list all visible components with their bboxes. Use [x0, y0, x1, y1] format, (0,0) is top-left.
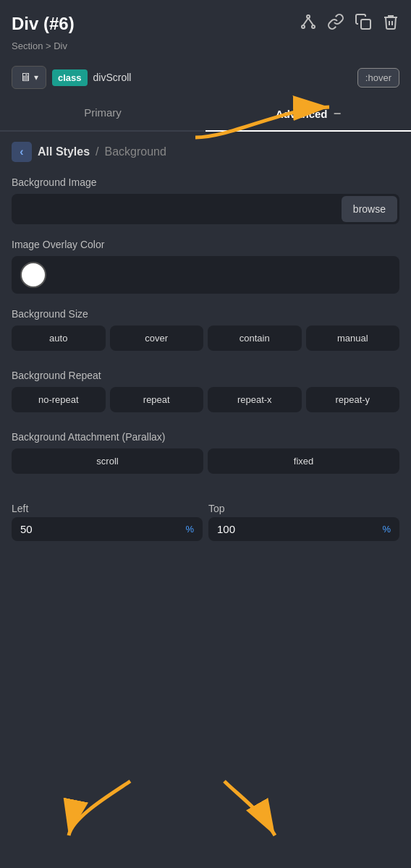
breadcrumb: Section > Div [0, 41, 411, 60]
monitor-icon: 🖥 [20, 71, 31, 84]
svg-point-2 [312, 25, 315, 28]
background-image-input-row: browse [12, 194, 399, 224]
background-size-options: auto cover contain manual [12, 326, 399, 351]
top-label: Top [208, 503, 399, 514]
size-contain-btn[interactable]: contain [208, 326, 302, 351]
position-section: Left Top 50 % 100 % [0, 488, 411, 545]
trash-icon[interactable] [382, 13, 399, 35]
size-auto-btn[interactable]: auto [12, 326, 106, 351]
svg-line-4 [308, 18, 313, 25]
color-swatch [20, 262, 46, 288]
background-repeat-label: Background Repeat [12, 370, 399, 381]
svg-line-3 [303, 18, 308, 25]
repeat-none-btn[interactable]: no-repeat [12, 387, 106, 412]
background-size-section: Background Size auto cover contain manua… [0, 301, 411, 358]
hover-badge[interactable]: :hover [357, 68, 399, 88]
background-size-label: Background Size [12, 308, 399, 320]
background-repeat-options: no-repeat repeat repeat-x repeat-y [12, 387, 399, 412]
device-selector[interactable]: 🖥 ▾ [12, 66, 46, 89]
repeat-y-btn[interactable]: repeat-y [306, 387, 400, 412]
tab-advanced[interactable]: Advanced − [206, 98, 411, 132]
nav-current: Background [104, 145, 166, 158]
attachment-fixed-btn[interactable]: fixed [208, 448, 399, 474]
background-image-section: Background Image browse [0, 169, 411, 231]
repeat-x-btn[interactable]: repeat-x [208, 387, 302, 412]
image-overlay-color-row[interactable] [12, 256, 399, 294]
header-actions [300, 13, 399, 35]
background-attachment-label: Background Attachment (Parallax) [12, 431, 399, 443]
left-unit: % [185, 524, 194, 535]
background-repeat-section: Background Repeat no-repeat repeat repea… [0, 362, 411, 420]
page-title: Div (#6) [12, 14, 75, 34]
selector-name: divScroll [93, 72, 352, 83]
left-value: 50 [20, 523, 185, 535]
left-field[interactable]: 50 % [12, 517, 203, 541]
selector-row: 🖥 ▾ class divScroll :hover [0, 60, 411, 98]
link-icon[interactable] [327, 13, 344, 35]
attachment-scroll-btn[interactable]: scroll [12, 448, 203, 474]
left-label: Left [12, 503, 203, 514]
image-overlay-label: Image Overlay Color [12, 239, 399, 250]
copy-icon[interactable] [355, 13, 372, 35]
tab-primary[interactable]: Primary [0, 98, 206, 130]
image-overlay-section: Image Overlay Color [0, 231, 411, 301]
background-attachment-options: scroll fixed [12, 448, 399, 474]
size-cover-btn[interactable]: cover [110, 326, 204, 351]
repeat-btn[interactable]: repeat [110, 387, 204, 412]
panel-nav: ‹ All Styles / Background [0, 132, 411, 169]
size-manual-btn[interactable]: manual [306, 326, 400, 351]
position-labels: Left Top [12, 503, 399, 514]
top-field[interactable]: 100 % [208, 517, 399, 541]
browse-button[interactable]: browse [342, 196, 397, 222]
top-value: 100 [217, 523, 382, 535]
chevron-down-icon: ▾ [34, 72, 38, 82]
nav-separator: / [96, 145, 98, 158]
background-image-label: Background Image [12, 176, 399, 188]
background-image-input[interactable] [12, 196, 339, 222]
back-button[interactable]: ‹ [12, 142, 32, 162]
class-badge[interactable]: class [52, 69, 88, 86]
tabs: Primary Advanced − [0, 98, 411, 132]
background-attachment-section: Background Attachment (Parallax) scroll … [0, 424, 411, 481]
svg-point-0 [307, 15, 310, 18]
position-inputs: 50 % 100 % [12, 517, 399, 541]
top-unit: % [382, 524, 391, 535]
header: Div (#6) [0, 0, 411, 41]
svg-point-1 [302, 25, 305, 28]
all-styles-link[interactable]: All Styles [38, 145, 90, 158]
tab-minus-icon: − [334, 106, 342, 121]
network-icon[interactable] [300, 13, 317, 35]
svg-rect-5 [361, 20, 370, 29]
